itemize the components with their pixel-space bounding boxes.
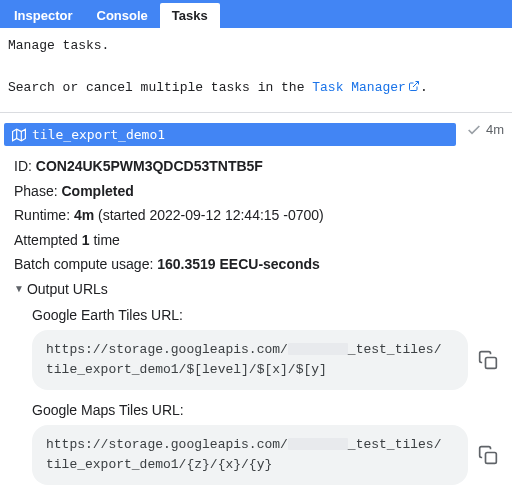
intro-text: Manage tasks. Search or cancel multiple … [0,28,512,113]
tab-inspector[interactable]: Inspector [2,3,85,28]
tabs-bar: Inspector Console Tasks [0,0,512,28]
svg-rect-4 [486,358,497,369]
redacted-text [288,438,348,450]
redacted-text [288,343,348,355]
copy-ge-url-button[interactable] [478,350,498,370]
svg-rect-5 [486,452,497,463]
tab-console[interactable]: Console [85,3,160,28]
task-status-time: 4m [486,122,504,137]
task-batch-usage: 160.3519 EECU-seconds [157,256,320,272]
task-phase: Completed [61,183,133,199]
gm-url-value: https://storage.googleapis.com/_test_til… [32,425,468,485]
map-icon [12,128,26,142]
intro-line2-post: . [420,80,428,95]
copy-gm-url-button[interactable] [478,445,498,465]
check-icon [466,122,482,138]
task-id: CON24UK5PWM3QDCD53TNTB5F [36,158,263,174]
task-status: 4m [460,122,512,138]
ge-url-label: Google Earth Tiles URL: [32,303,498,328]
task-runtime: 4m [74,207,94,223]
output-urls-toggle[interactable]: ▼Output URLs [14,277,498,302]
task-manager-link[interactable]: Task Manager [312,80,420,95]
external-link-icon [408,79,420,91]
intro-line2-pre: Search or cancel multiple tasks in the [8,80,312,95]
task-header[interactable]: tile_export_demo1 [4,123,456,146]
tab-tasks[interactable]: Tasks [160,3,220,28]
chevron-down-icon: ▼ [14,280,24,298]
task-title: tile_export_demo1 [32,127,448,142]
task-attempts: 1 [82,232,90,248]
svg-marker-1 [13,129,26,141]
task-details: ID: CON24UK5PWM3QDCD53TNTB5F Phase: Comp… [0,146,512,500]
svg-line-0 [413,81,419,87]
ge-url-value: https://storage.googleapis.com/_test_til… [32,330,468,390]
intro-line1: Manage tasks. [8,36,504,57]
gm-url-label: Google Maps Tiles URL: [32,398,498,423]
